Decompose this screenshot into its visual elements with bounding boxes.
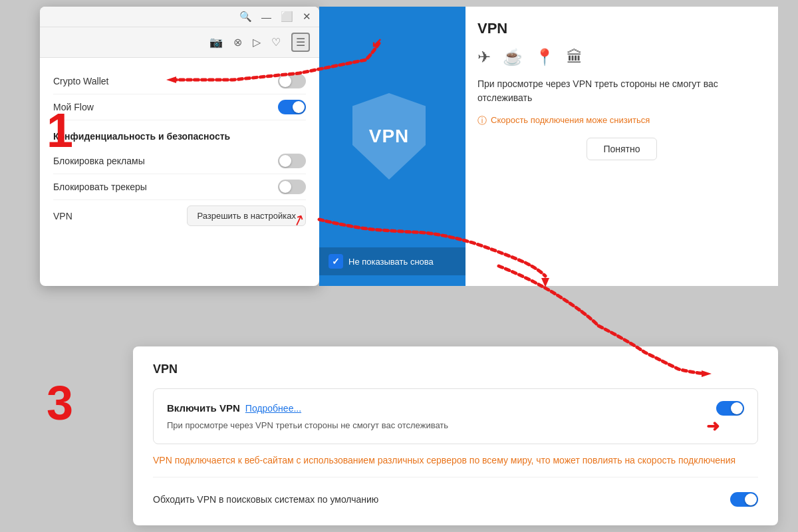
menu-icon[interactable]: ☰ [291,33,310,52]
vpn-label: VPN [53,211,72,221]
my-flow-toggle[interactable] [278,100,306,114]
vpn-enable-text: Включить VPN [167,402,240,414]
vpn-enable-toggle[interactable] [716,401,744,416]
vpn-checkbox-text: Не показывать снова [348,257,434,267]
crypto-wallet-toggle[interactable] [278,74,306,88]
close-icon[interactable]: ✕ [303,11,311,23]
shield-icon[interactable]: ⊗ [233,36,242,49]
vpn-warning: ⓘ Скорость подключения може снизиться [477,114,766,127]
vpn-shield-text: VPN [369,126,410,147]
ad-block-label: Блокировка рекламы [53,156,145,166]
vpn-description: При просмотре через VPN треть стороны не… [477,77,766,105]
search-icon[interactable]: 🔍 [239,11,252,23]
warning-text: Скорость подключения може снизиться [491,114,650,126]
vpn-checkbox-row[interactable]: Не показывать снова [319,247,466,275]
crypto-wallet-label: Crypto Wallet [53,76,109,86]
bypass-text: Обходить VPN в поисковых системах по умо… [153,494,378,505]
bypass-toggle[interactable] [730,492,758,507]
bottom-vpn-title: VPN [153,362,758,376]
bypass-row: Обходить VPN в поисковых системах по умо… [153,487,758,512]
step1-label: 1 [47,106,73,154]
privacy-section-title: Конфиденциальность и безопасность [53,131,306,142]
crypto-wallet-row: Crypto Wallet [53,68,306,94]
browser-toolbar: 📷 ⊗ ▷ ♡ ☰ [40,27,319,58]
vpn-info-title: VPN [477,20,766,37]
ad-block-row: Блокировка рекламы [53,148,306,174]
tracker-block-toggle[interactable] [278,180,306,194]
minimize-icon[interactable]: — [261,11,271,23]
vpn-row: VPN Разрешить в настройках [53,200,306,231]
titlebar: 🔍 — ⬜ ✕ [40,7,319,27]
step3-label: 3 [47,379,73,427]
understand-button[interactable]: Понятно [587,138,656,160]
vpn-promo-panel: VPN Не показывать снова [319,7,466,286]
send-icon[interactable]: ▷ [253,36,261,49]
my-flow-row: Мой Flow [53,94,306,120]
coffee-icon: ☕ [503,48,523,66]
ad-block-toggle[interactable] [278,154,306,168]
shield-shape: VPN [352,93,426,180]
camera-icon[interactable]: 📷 [209,36,223,49]
location-icon: 📍 [535,48,555,66]
vpn-enable-card: Включить VPN Подробнее... При просмотре … [153,388,758,444]
bottom-section: VPN Включить VPN Подробнее... При просмо… [133,346,778,525]
learn-more-link[interactable]: Подробнее... [245,403,301,414]
vpn-speed-warning: VPN подключается к веб-сайтам с использо… [153,454,758,467]
vpn-sub-text: При просмотре через VPN третьи стороны н… [167,420,744,432]
divider [153,477,758,477]
vpn-info-panel: VPN ✈ ☕ 📍 🏛 При просмотре через VPN трет… [466,7,778,286]
vpn-settings-button[interactable]: Разрешить в настройках [187,205,306,226]
bank-icon: 🏛 [567,48,583,66]
vpn-enable-row: Включить VPN Подробнее... [167,401,744,416]
heart-icon[interactable]: ♡ [271,36,281,49]
tracker-block-row: Блокировать трекеры [53,174,306,200]
browser-popup: 🔍 — ⬜ ✕ 📷 ⊗ ▷ ♡ ☰ Crypto Wallet Мой Flow [40,7,319,286]
plane-icon: ✈ [477,48,491,66]
checkbox-icon[interactable] [329,254,343,269]
top-section: 🔍 — ⬜ ✕ 📷 ⊗ ▷ ♡ ☰ Crypto Wallet Мой Flow [40,7,778,286]
vpn-shield: VPN [352,93,432,186]
popup-content: Crypto Wallet Мой Flow Конфиденциальност… [40,58,319,242]
tracker-block-label: Блокировать трекеры [53,182,147,192]
warning-icon: ⓘ [477,115,487,127]
vpn-icons-row: ✈ ☕ 📍 🏛 [477,48,766,66]
vpn-enable-left: Включить VPN Подробнее... [167,402,301,414]
maximize-icon[interactable]: ⬜ [281,11,293,23]
